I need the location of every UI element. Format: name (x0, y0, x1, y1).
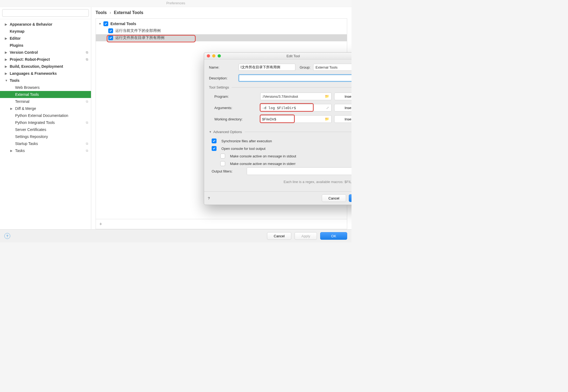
insert-macro-button[interactable]: Insert Macro... (334, 104, 351, 111)
workdir-row: Working directory: $FileDir$ 📁 Insert Ma… (209, 115, 351, 123)
group-select[interactable]: External Tools ⌄ (313, 64, 351, 71)
sidebar-item-appearance[interactable]: ▶Appearance & Behavior (0, 21, 91, 28)
sidebar-item-diff-merge[interactable]: ▶Diff & Merge (0, 105, 91, 112)
sidebar-item-label: Keymap (10, 29, 24, 33)
filters-row: Output filters: ⤢ (209, 167, 351, 175)
arguments-label: Arguments: (214, 106, 258, 110)
sidebar-item-label: Diff & Merge (15, 106, 36, 111)
sidebar-item-vcs[interactable]: ▶Version Control⧉ (0, 49, 91, 56)
ok-button[interactable]: OK (320, 232, 347, 240)
tool-settings-legend: Tool Settings (209, 85, 232, 89)
sidebar-item-label: Build, Execution, Deployment (10, 64, 63, 69)
sidebar-item-project[interactable]: ▶Project: Robot-Project⧉ (0, 56, 91, 63)
chevron-right-icon: ▶ (5, 51, 9, 54)
copy-icon: ⧉ (86, 142, 88, 146)
breadcrumb-leaf: External Tools (114, 10, 143, 15)
copy-icon: ⧉ (86, 149, 88, 153)
sidebar-item-plugins[interactable]: Plugins (0, 42, 91, 49)
insert-macro-button[interactable]: Insert Macro... (334, 115, 351, 123)
tree-item[interactable]: 运行当前文件下的全部用例 (96, 27, 347, 34)
sidebar-item-editor[interactable]: ▶Editor (0, 35, 91, 42)
description-input[interactable] (239, 75, 351, 82)
tree-group[interactable]: ▼ External Tools (96, 20, 347, 27)
sidebar-item-languages[interactable]: ▶Languages & Frameworks (0, 70, 91, 77)
help-icon[interactable]: ? (208, 196, 210, 200)
dialog-titlebar[interactable]: Edit Tool (204, 53, 351, 59)
dialog-footer: ? Cancel OK (204, 191, 351, 205)
zoom-icon[interactable] (218, 54, 221, 58)
program-row: Program: :/Versions/3.7/bin/robot 📁 Inse… (209, 93, 351, 100)
sidebar-item-python-tools[interactable]: Python Integrated Tools⧉ (0, 119, 91, 126)
folder-icon[interactable]: 📁 (325, 117, 330, 121)
add-button[interactable]: + (97, 221, 104, 227)
stderr-label: Make console active on message in stderr (230, 162, 296, 166)
checkbox-checked-icon[interactable] (108, 28, 113, 33)
sidebar-item-server-certs[interactable]: Server Certificates (0, 126, 91, 133)
advanced-options-label: Advanced Options (213, 130, 242, 134)
dialog-body: Name: Group: External Tools ⌄ Descriptio… (204, 59, 351, 191)
help-icon[interactable]: ? (4, 233, 10, 239)
chevron-down-icon[interactable]: ▼ (209, 130, 212, 133)
group-select-value: External Tools (316, 65, 337, 69)
folder-icon[interactable]: 📁 (325, 94, 330, 99)
arguments-input[interactable]: -d log $FileDir$ (262, 106, 325, 110)
sidebar-item-label: Plugins (10, 43, 23, 48)
sidebar-item-label: Version Control (10, 50, 38, 55)
search-input[interactable] (2, 9, 89, 17)
checkbox-checked-icon[interactable] (212, 146, 217, 151)
sidebar-item-settings-repo[interactable]: Settings Repository (0, 133, 91, 140)
checkbox-checked-icon[interactable] (108, 35, 113, 40)
breadcrumb-root[interactable]: Tools (96, 10, 107, 15)
stderr-option[interactable]: Make console active on message in stderr (209, 160, 351, 167)
ok-button[interactable]: OK (349, 194, 351, 202)
tree-toolbar: + (96, 219, 347, 229)
checkbox-checked-icon[interactable] (212, 138, 217, 143)
tool-settings-section: Tool Settings Program: :/Versions/3.7/bi… (209, 85, 351, 127)
checkbox-unchecked-icon[interactable] (220, 154, 225, 158)
close-icon[interactable] (207, 54, 210, 58)
tree-item-selected[interactable]: 运行文件所在目录下所有用例 (96, 34, 347, 41)
expand-icon[interactable]: ⤢ (325, 105, 330, 110)
name-input[interactable] (239, 64, 295, 71)
sidebar-item-label: External Tools (15, 92, 39, 97)
program-input[interactable]: :/Versions/3.7/bin/robot (262, 94, 325, 99)
sidebar-item-label: Web Browsers (15, 85, 40, 90)
breadcrumb-separator: › (108, 10, 113, 15)
program-label: Program: (214, 94, 258, 99)
sidebar-item-label: Python External Documentation (15, 113, 68, 118)
workdir-input[interactable]: $FileDir$ (262, 117, 325, 121)
sidebar-item-tools[interactable]: ▼Tools (0, 77, 91, 84)
copy-icon: ⧉ (86, 121, 88, 124)
insert-macro-button[interactable]: Insert Macro... (334, 93, 351, 100)
traffic-lights (207, 54, 221, 58)
checkbox-unchecked-icon[interactable] (220, 161, 225, 166)
sync-option[interactable]: Synchronize files after execution (209, 137, 351, 145)
sidebar-item-web-browsers[interactable]: Web Browsers (0, 84, 91, 91)
preferences-window: Preferences 🔍 ▶Appearance & Behavior Key… (0, 0, 351, 242)
group-label: Group: (300, 65, 310, 69)
sidebar-item-python-docs[interactable]: Python External Documentation (0, 112, 91, 119)
stdout-option[interactable]: Make console active on message in stdout (209, 152, 351, 160)
chevron-right-icon: ▶ (5, 37, 9, 40)
chevron-down-icon: ▼ (99, 22, 102, 25)
minimize-icon[interactable] (212, 54, 215, 58)
sidebar-item-label: Python Integrated Tools (15, 120, 55, 125)
description-row: Description: (209, 75, 351, 82)
cancel-button[interactable]: Cancel (267, 232, 291, 240)
preferences-footer: ? Cancel Apply OK (0, 229, 351, 242)
apply-button[interactable]: Apply (295, 232, 317, 240)
cancel-button[interactable]: Cancel (322, 194, 346, 202)
sync-label: Synchronize files after execution (221, 139, 272, 143)
console-option[interactable]: Open console for tool output (209, 145, 351, 152)
checkbox-checked-icon[interactable] (103, 21, 108, 26)
arguments-row: Arguments: -d log $FileDir$ ⤢ Insert Mac… (209, 104, 351, 111)
sidebar-item-terminal[interactable]: Terminal⧉ (0, 98, 91, 105)
sidebar-item-label: Tools (10, 78, 19, 83)
sidebar-item-tasks[interactable]: ▶Tasks⧉ (0, 147, 91, 154)
sidebar-item-keymap[interactable]: Keymap (0, 28, 91, 35)
sidebar-item-build[interactable]: ▶Build, Execution, Deployment (0, 63, 91, 70)
sidebar-item-startup-tasks[interactable]: Startup Tasks⧉ (0, 140, 91, 147)
sidebar-item-external-tools[interactable]: External Tools (0, 91, 91, 98)
sidebar-item-label: Editor (10, 36, 21, 40)
copy-icon: ⧉ (86, 100, 88, 103)
